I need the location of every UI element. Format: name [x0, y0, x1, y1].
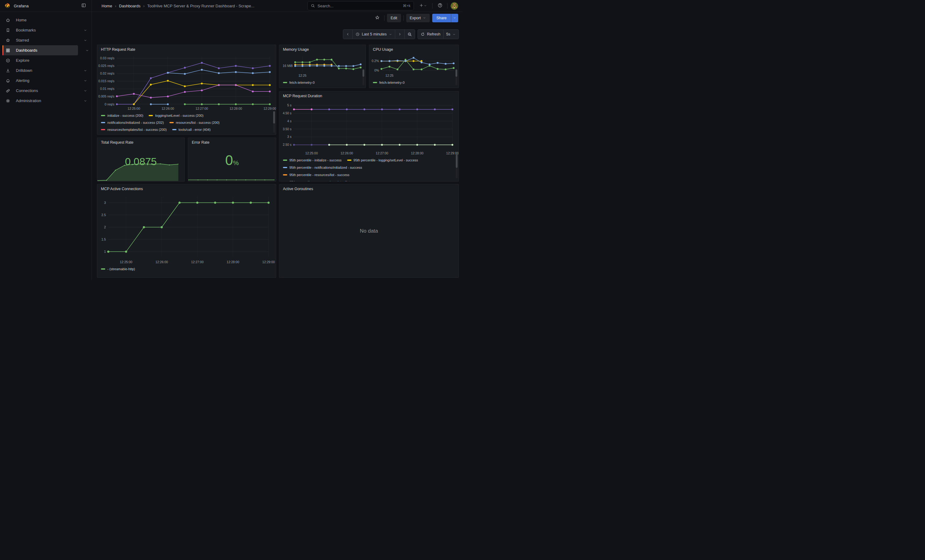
- legend-item[interactable]: resources/list - success (200): [169, 121, 220, 125]
- panel-title[interactable]: MCP Request Duration: [279, 92, 458, 99]
- svg-text:4.50 s: 4.50 s: [283, 111, 292, 115]
- error-rate-sparkline[interactable]: [188, 176, 274, 181]
- search-icon: [311, 4, 315, 8]
- panel-title[interactable]: CPU Usage: [369, 45, 458, 53]
- sidebar-item-connections[interactable]: Connections: [3, 86, 89, 96]
- panel-title[interactable]: MCP Active Connections: [97, 184, 276, 192]
- svg-text:0.005 req/s: 0.005 req/s: [98, 95, 114, 98]
- new-menu-button[interactable]: [417, 2, 429, 10]
- chevron-down-icon[interactable]: [83, 89, 87, 93]
- star-dashboard-button[interactable]: [373, 14, 382, 22]
- memory-usage-chart[interactable]: 16 MiB12:25: [279, 53, 366, 78]
- gear-icon: [6, 98, 11, 103]
- export-button[interactable]: Export: [406, 14, 430, 22]
- sidebar-item-label: Alerting: [16, 78, 29, 83]
- svg-text:12:28:00: 12:28:00: [411, 151, 423, 155]
- scrollbar-thumb[interactable]: [363, 69, 364, 77]
- breadcrumb-dashboards[interactable]: Dashboards: [119, 4, 140, 8]
- svg-text:0.01 req/s: 0.01 req/s: [100, 87, 114, 90]
- edit-button[interactable]: Edit: [387, 14, 401, 22]
- legend-scrollbar[interactable]: [455, 69, 457, 85]
- divider: [447, 3, 447, 9]
- mcp-active-connections-chart[interactable]: 11.522.5312:25:0012:26:0012:27:0012:28:0…: [97, 192, 276, 265]
- svg-text:0.015 req/s: 0.015 req/s: [98, 79, 114, 83]
- legend-item[interactable]: tools/call - error (404): [172, 128, 211, 131]
- mcp-request-duration-chart[interactable]: 2.50 s3 s3.50 s4 s4.50 s5 s12:25:0012:26…: [279, 99, 458, 156]
- chevron-down-icon[interactable]: [83, 99, 87, 103]
- avatar[interactable]: [450, 2, 458, 10]
- time-forward-button[interactable]: [395, 30, 404, 39]
- refresh-interval-picker[interactable]: 5s: [443, 30, 458, 39]
- divider: [432, 3, 432, 9]
- time-back-button[interactable]: [343, 30, 353, 39]
- chevron-down-icon[interactable]: [83, 79, 87, 83]
- legend-item[interactable]: 95th percentile - resources/templates/li…: [283, 180, 365, 181]
- star-icon: [6, 38, 11, 43]
- legend-scrollbar[interactable]: [456, 155, 458, 178]
- sidebar-item-alerting[interactable]: Alerting: [3, 75, 89, 86]
- chevron-down-icon[interactable]: [83, 39, 87, 42]
- sidebar-item-drilldown[interactable]: Drilldown: [3, 65, 89, 75]
- bookmark-icon: [6, 28, 11, 33]
- dock-sidebar-button[interactable]: [79, 2, 88, 10]
- svg-text:0%: 0%: [374, 69, 379, 72]
- legend-item[interactable]: - (streamable-http): [101, 267, 135, 271]
- http-request-rate-chart[interactable]: 0 req/s0.005 req/s0.01 req/s0.015 req/s0…: [97, 53, 276, 111]
- scrollbar-thumb[interactable]: [455, 69, 457, 77]
- sidebar-item-bookmarks[interactable]: Bookmarks: [3, 25, 89, 35]
- chevron-right-icon: [398, 32, 402, 36]
- legend-item[interactable]: logging/setLevel - success (200): [149, 114, 203, 117]
- svg-text:12:29:00: 12:29:00: [264, 107, 276, 110]
- legend-item[interactable]: 95th percentile - notifications/initiali…: [283, 166, 362, 169]
- legend-item[interactable]: 95th percentile - logging/setLevel - suc…: [347, 158, 418, 162]
- panel-title[interactable]: Error Rate: [188, 138, 276, 146]
- scrollbar-thumb[interactable]: [273, 111, 275, 123]
- panel-http-request-rate: HTTP Request Rate 0 req/s0.005 req/s0.01…: [97, 45, 276, 135]
- connections-icon: [6, 89, 11, 93]
- legend-item[interactable]: resources/templates/list - success (200): [101, 128, 167, 131]
- cpu-usage-chart[interactable]: 0.2%0%12:25: [369, 53, 458, 78]
- help-button[interactable]: [435, 2, 444, 10]
- zoom-out-button[interactable]: [404, 30, 415, 39]
- legend-swatch-icon: [283, 159, 287, 161]
- legend-item[interactable]: fetch-telemetry-0: [373, 81, 405, 84]
- breadcrumb-home[interactable]: Home: [102, 4, 112, 8]
- legend-item[interactable]: notifications/initialized - success (202…: [101, 121, 164, 125]
- legend-item[interactable]: 95th percentile - resources/list - succe…: [283, 173, 350, 177]
- svg-text:5 s: 5 s: [287, 103, 292, 107]
- share-button[interactable]: Share: [432, 14, 451, 22]
- legend-swatch-icon: [101, 269, 105, 270]
- sidebar-item-dashboards[interactable]: Dashboards: [3, 45, 78, 56]
- sidebar-item-administration[interactable]: Administration: [3, 96, 89, 106]
- panel-title[interactable]: Active Goroutines: [279, 184, 458, 192]
- chevron-down-icon: [389, 33, 392, 36]
- clock-icon: [356, 32, 360, 36]
- sidebar-item-explore[interactable]: Explore: [3, 56, 89, 65]
- chevron-down-icon[interactable]: [83, 29, 87, 32]
- svg-text:12:29:00: 12:29:00: [262, 260, 275, 264]
- brand[interactable]: Grafana: [4, 3, 29, 9]
- time-range-picker[interactable]: Last 5 minutes: [353, 30, 395, 39]
- panel-title[interactable]: Memory Usage: [279, 45, 366, 53]
- legend-scrollbar[interactable]: [273, 111, 275, 133]
- chevron-down-icon[interactable]: [83, 69, 87, 72]
- topbar-right: ⌘+k: [307, 1, 462, 11]
- legend-item[interactable]: 95th percentile - initialize - success: [283, 158, 342, 162]
- svg-text:12:25: 12:25: [386, 74, 393, 77]
- scrollbar-thumb[interactable]: [456, 155, 458, 168]
- share-menu-button[interactable]: [451, 14, 458, 22]
- legend-scrollbar[interactable]: [363, 69, 364, 85]
- panel-title[interactable]: HTTP Request Rate: [97, 45, 276, 53]
- connections-legend: - (streamable-http): [97, 265, 276, 275]
- panel-title[interactable]: Total Request Rate: [97, 138, 184, 146]
- search-input[interactable]: [318, 4, 401, 8]
- sidebar-item-home[interactable]: Home: [3, 15, 89, 25]
- zoom-out-icon: [407, 32, 412, 37]
- legend-item[interactable]: initialize - success (200): [101, 114, 143, 117]
- search-box[interactable]: ⌘+k: [307, 1, 414, 11]
- refresh-button[interactable]: Refresh: [418, 30, 443, 39]
- legend-item[interactable]: fetch-telemetry-0: [283, 81, 315, 84]
- chevron-down-icon[interactable]: [85, 49, 89, 52]
- sidebar-item-starred[interactable]: Starred: [3, 35, 89, 45]
- dock-sidebar-icon: [81, 3, 86, 9]
